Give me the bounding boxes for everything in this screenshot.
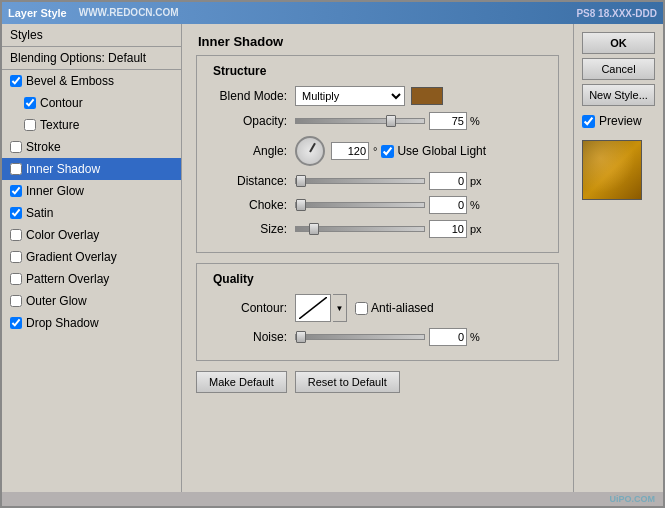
contour-picker-group: ▼	[295, 294, 347, 322]
noise-label: Noise:	[207, 330, 287, 344]
sidebar-item-color-overlay[interactable]: Color Overlay	[2, 224, 181, 246]
sidebar-item-gradient-overlay[interactable]: Gradient Overlay	[2, 246, 181, 268]
opacity-slider-thumb[interactable]	[386, 115, 396, 127]
preview-label[interactable]: Preview	[582, 114, 655, 128]
preview-thumbnail	[582, 140, 642, 200]
pattern-overlay-checkbox[interactable]	[10, 273, 22, 285]
structure-title: Structure	[205, 62, 274, 80]
outer-glow-checkbox[interactable]	[10, 295, 22, 307]
style-list: Bevel & Emboss Contour Texture Stroke In…	[2, 70, 181, 492]
anti-aliased-label[interactable]: Anti-aliased	[355, 301, 434, 315]
choke-row: Choke: %	[207, 196, 548, 214]
use-global-light-text: Use Global Light	[397, 144, 486, 158]
gradient-overlay-checkbox[interactable]	[10, 251, 22, 263]
texture-label: Texture	[40, 118, 79, 132]
blend-mode-row: Blend Mode: Multiply Normal Screen Overl…	[207, 86, 548, 106]
preview-checkbox[interactable]	[582, 115, 595, 128]
angle-input[interactable]	[331, 142, 369, 160]
inner-shadow-checkbox[interactable]	[10, 163, 22, 175]
dialog-body: Styles Blending Options: Default Bevel &…	[2, 24, 663, 492]
color-overlay-checkbox[interactable]	[10, 229, 22, 241]
blend-mode-label: Blend Mode:	[207, 89, 287, 103]
size-label: Size:	[207, 222, 287, 236]
choke-slider-thumb[interactable]	[296, 199, 306, 211]
distance-input[interactable]	[429, 172, 467, 190]
bevel-emboss-label: Bevel & Emboss	[26, 74, 114, 88]
choke-label: Choke:	[207, 198, 287, 212]
opacity-row: Opacity: %	[207, 112, 548, 130]
layer-style-dialog: Layer Style WWW.REDOCN.COM PS8 18.XXX-DD…	[0, 0, 665, 508]
dialog-title: Layer Style	[8, 7, 67, 19]
size-input[interactable]	[429, 220, 467, 238]
drop-shadow-label: Drop Shadow	[26, 316, 99, 330]
sidebar-item-texture[interactable]: Texture	[2, 114, 181, 136]
outer-glow-label: Outer Glow	[26, 294, 87, 308]
angle-dial[interactable]	[295, 136, 325, 166]
angle-row: Angle: ° Use Global Light	[207, 136, 548, 166]
degree-symbol: °	[373, 145, 377, 157]
use-global-light-checkbox[interactable]	[381, 145, 394, 158]
color-overlay-label: Color Overlay	[26, 228, 99, 242]
middle-panel: Inner Shadow Structure Blend Mode: Multi…	[182, 24, 573, 492]
sidebar-item-inner-glow[interactable]: Inner Glow	[2, 180, 181, 202]
quality-title: Quality	[205, 270, 262, 288]
satin-checkbox[interactable]	[10, 207, 22, 219]
size-slider-track[interactable]	[295, 226, 425, 232]
bottom-buttons: Make Default Reset to Default	[196, 371, 559, 393]
choke-input[interactable]	[429, 196, 467, 214]
distance-slider-thumb[interactable]	[296, 175, 306, 187]
opacity-slider-track[interactable]	[295, 118, 425, 124]
new-style-button[interactable]: New Style...	[582, 84, 655, 106]
title-bar-watermark: PS8 18.XXX-DDD	[576, 8, 657, 19]
contour-dropdown-arrow[interactable]: ▼	[333, 294, 347, 322]
choke-unit: %	[470, 199, 486, 211]
opacity-input[interactable]	[429, 112, 467, 130]
distance-row: Distance: px	[207, 172, 548, 190]
use-global-light-label[interactable]: Use Global Light	[381, 144, 486, 158]
sidebar-item-drop-shadow[interactable]: Drop Shadow	[2, 312, 181, 334]
reset-default-button[interactable]: Reset to Default	[295, 371, 400, 393]
bevel-emboss-checkbox[interactable]	[10, 75, 22, 87]
blend-mode-select[interactable]: Multiply Normal Screen Overlay	[295, 86, 405, 106]
gradient-overlay-label: Gradient Overlay	[26, 250, 117, 264]
sidebar-item-pattern-overlay[interactable]: Pattern Overlay	[2, 268, 181, 290]
quality-box: Quality Contour: ▼	[196, 263, 559, 361]
sidebar-item-contour[interactable]: Contour	[2, 92, 181, 114]
angle-label: Angle:	[207, 144, 287, 158]
structure-content: Blend Mode: Multiply Normal Screen Overl…	[197, 80, 558, 252]
watermark-text: UiPO.COM	[609, 494, 655, 504]
pattern-overlay-label: Pattern Overlay	[26, 272, 109, 286]
texture-checkbox[interactable]	[24, 119, 36, 131]
anti-aliased-text: Anti-aliased	[371, 301, 434, 315]
contour-checkbox[interactable]	[24, 97, 36, 109]
size-slider-thumb[interactable]	[309, 223, 319, 235]
contour-preview[interactable]	[295, 294, 331, 322]
distance-slider-track[interactable]	[295, 178, 425, 184]
stroke-checkbox[interactable]	[10, 141, 22, 153]
noise-input[interactable]	[429, 328, 467, 346]
sidebar-item-satin[interactable]: Satin	[2, 202, 181, 224]
sidebar-item-inner-shadow[interactable]: Inner Shadow	[2, 158, 181, 180]
quality-content: Contour: ▼ Anti-	[197, 288, 558, 360]
dialog-site: WWW.REDOCN.COM	[79, 7, 179, 19]
anti-aliased-checkbox[interactable]	[355, 302, 368, 315]
noise-row: Noise: %	[207, 328, 548, 346]
styles-header: Styles	[2, 24, 181, 47]
make-default-button[interactable]: Make Default	[196, 371, 287, 393]
inner-glow-checkbox[interactable]	[10, 185, 22, 197]
cancel-button[interactable]: Cancel	[582, 58, 655, 80]
blend-color-swatch[interactable]	[411, 87, 443, 105]
bottom-watermark: UiPO.COM	[2, 492, 663, 506]
sidebar-item-stroke[interactable]: Stroke	[2, 136, 181, 158]
noise-slider-thumb[interactable]	[296, 331, 306, 343]
choke-slider-track[interactable]	[295, 202, 425, 208]
ok-button[interactable]: OK	[582, 32, 655, 54]
right-panel: OK Cancel New Style... Preview	[573, 24, 663, 492]
structure-box: Structure Blend Mode: Multiply Normal Sc…	[196, 55, 559, 253]
size-row: Size: px	[207, 220, 548, 238]
noise-slider-track[interactable]	[295, 334, 425, 340]
contour-row: Contour: ▼ Anti-	[207, 294, 548, 322]
sidebar-item-bevel-emboss[interactable]: Bevel & Emboss	[2, 70, 181, 92]
sidebar-item-outer-glow[interactable]: Outer Glow	[2, 290, 181, 312]
drop-shadow-checkbox[interactable]	[10, 317, 22, 329]
